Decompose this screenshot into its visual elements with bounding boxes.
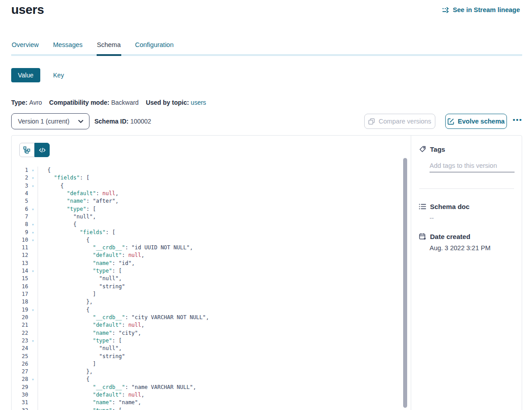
tab-configuration[interactable]: Configuration — [135, 39, 174, 54]
fold-gutter — [28, 329, 38, 337]
see-in-stream-lineage-link[interactable]: See in Stream lineage — [442, 6, 520, 13]
fold-gutter — [28, 260, 38, 267]
code-text: }, — [38, 368, 93, 376]
line-number: 21 — [12, 321, 28, 329]
tab-schema[interactable]: Schema — [97, 39, 121, 56]
code-text: "type": [ — [38, 267, 122, 275]
code-text: "name": "id", — [38, 260, 135, 267]
line-number: 10 — [12, 236, 28, 244]
code-line: 5 "name": "after", — [12, 197, 411, 205]
code-text: { — [38, 376, 89, 383]
code-text: "type": [ — [38, 205, 96, 213]
fold-arrow-icon[interactable]: ▾ — [28, 174, 38, 182]
code-view-button[interactable] — [34, 143, 50, 157]
edit-icon — [447, 118, 454, 125]
line-number: 16 — [12, 283, 28, 290]
fold-gutter — [28, 353, 38, 360]
code-text: { — [38, 306, 89, 314]
code-text: "type": [ — [38, 337, 122, 345]
line-number: 27 — [12, 368, 28, 376]
chevron-down-icon — [78, 120, 83, 123]
code-line: 16 "string" — [12, 283, 411, 290]
schema-doc-value: -- — [430, 214, 522, 222]
code-line: 2▾ "fields": [ — [12, 174, 411, 182]
compare-versions-button[interactable]: Compare versions — [364, 114, 435, 129]
value-toggle-button[interactable]: Value — [11, 68, 40, 82]
code-line: 31 "name": "name", — [12, 399, 411, 406]
code-text: "type": [ — [38, 407, 122, 410]
fold-gutter — [28, 384, 38, 391]
fold-arrow-icon[interactable]: ▾ — [28, 221, 38, 228]
code-line: 24 "null", — [12, 345, 411, 352]
schema-id: Schema ID: 100002 — [94, 118, 151, 125]
line-number: 3 — [12, 182, 28, 190]
fold-arrow-icon[interactable]: ▾ — [28, 306, 38, 314]
schema-panel: 1▾{2▾ "fields": [3▾ {4 "default": null,5… — [11, 135, 522, 410]
fold-gutter — [28, 244, 38, 252]
value-key-toggle: Value Key — [11, 68, 64, 82]
tab-messages[interactable]: Messages — [52, 39, 83, 54]
code-line: 18 }, — [12, 298, 411, 306]
code-text: "name": "name", — [38, 399, 141, 406]
compatibility-field: Compatibility mode:Backward — [49, 99, 139, 106]
line-number: 24 — [12, 345, 28, 352]
code-line: 26 ] — [12, 360, 411, 368]
fold-gutter — [28, 399, 38, 406]
code-line: 22 "name": "city", — [12, 329, 411, 337]
fold-gutter — [28, 275, 38, 282]
fold-arrow-icon[interactable]: ▾ — [28, 229, 38, 236]
code-line: 10▾ { — [12, 236, 411, 244]
key-toggle-button[interactable]: Key — [53, 72, 64, 79]
used-by-topic-field: Used by topic:users — [146, 99, 206, 106]
code-text: { — [38, 182, 64, 190]
evolve-schema-button[interactable]: Evolve schema — [445, 114, 507, 129]
fold-gutter — [28, 252, 38, 259]
topic-link[interactable]: users — [191, 99, 206, 106]
fold-arrow-icon[interactable]: ▾ — [28, 236, 38, 244]
fold-arrow-icon[interactable]: ▾ — [28, 407, 38, 410]
editor-scrollbar-thumb[interactable] — [403, 158, 407, 408]
line-number: 11 — [12, 244, 28, 252]
editor-view-toggle — [19, 143, 50, 157]
line-number: 22 — [12, 329, 28, 337]
tab-overview[interactable]: Overview — [11, 39, 39, 54]
code-line: 29 "__crdb__": "name VARCHAR NULL", — [12, 384, 411, 391]
code-text: "null", — [38, 345, 122, 352]
line-number: 14 — [12, 267, 28, 275]
line-number: 19 — [12, 306, 28, 314]
code-line: 3▾ { — [12, 182, 411, 190]
schema-doc-section-header: Schema doc — [411, 203, 522, 210]
fold-gutter — [28, 283, 38, 290]
fold-arrow-icon[interactable]: ▾ — [28, 376, 38, 383]
add-tags-input[interactable] — [430, 162, 515, 172]
list-icon — [419, 203, 426, 210]
fold-gutter — [28, 391, 38, 399]
code-line: 32▾ "type": [ — [12, 407, 411, 410]
code-text: "default": null, — [38, 391, 145, 399]
line-number: 30 — [12, 391, 28, 399]
tags-section-header: Tags — [411, 145, 522, 153]
fold-arrow-icon[interactable]: ▾ — [28, 337, 38, 345]
code-text: { — [38, 221, 77, 228]
more-options-button[interactable]: ••• — [513, 115, 523, 124]
code-text: "default": null, — [38, 321, 145, 329]
code-text: "__crdb__": "name VARCHAR NULL", — [38, 384, 196, 391]
fold-arrow-icon[interactable]: ▾ — [28, 205, 38, 213]
code-text: "__crdb__": "city VARCHAR NOT NULL", — [38, 314, 209, 321]
code-line: 17 ] — [12, 290, 411, 298]
code-line: 21 "default": null, — [12, 321, 411, 329]
code-line: 11 "__crdb__": "id UUID NOT NULL", — [12, 244, 411, 252]
fold-gutter — [28, 368, 38, 376]
fold-arrow-icon[interactable]: ▾ — [28, 182, 38, 190]
fold-arrow-icon[interactable]: ▾ — [28, 267, 38, 275]
code-text: ] — [38, 290, 96, 298]
code-text: "default": null, — [38, 252, 145, 259]
code-line: 8▾ { — [12, 221, 411, 228]
fold-gutter — [28, 314, 38, 321]
calendar-icon — [419, 233, 426, 240]
fold-arrow-icon[interactable]: ▾ — [28, 167, 38, 174]
version-select[interactable]: Version 1 (current) — [11, 113, 89, 129]
tree-view-button[interactable] — [19, 143, 34, 157]
code-text: }, — [38, 298, 93, 306]
code-line: 19▾ { — [12, 306, 411, 314]
